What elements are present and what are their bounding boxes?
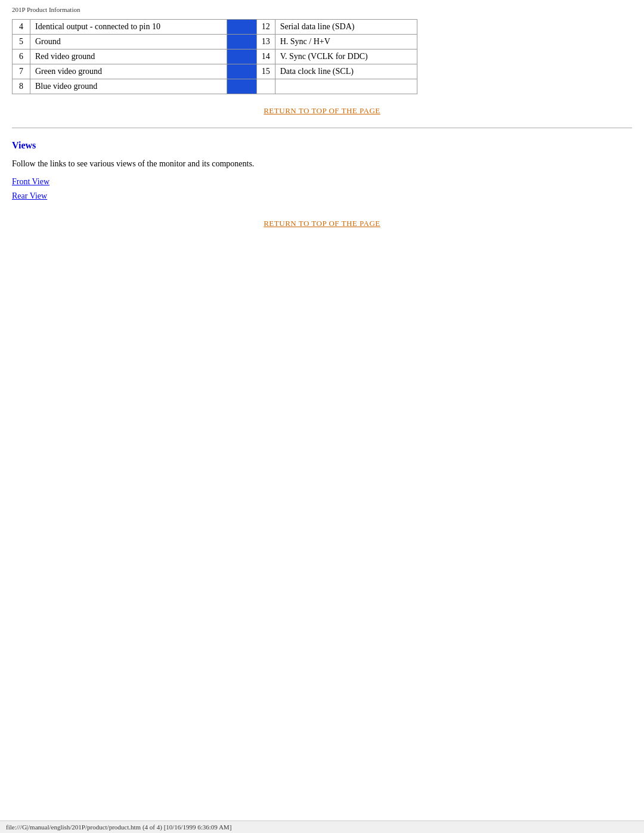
return-to-top-link-1[interactable]: RETURN TO TOP OF THE PAGE [264,106,380,115]
page-title: 201P Product Information [12,6,80,13]
page-title-bar: 201P Product Information [12,6,632,13]
pin-desc: Identical output - connected to pin 10 [30,20,227,35]
pin-desc: Serial data line (SDA) [275,20,417,35]
pin-desc: V. Sync (VCLK for DDC) [275,49,417,64]
views-description: Follow the links to see various views of… [12,159,632,169]
table-row: 4 Identical output - connected to pin 10… [13,20,417,35]
table-row: 7 Green video ground 15 Data clock line … [13,64,417,79]
pin-number: 14 [256,49,275,64]
pin-number: 15 [256,64,275,79]
table-row: 5 Ground 13 H. Sync / H+V [13,35,417,49]
blue-spacer [227,20,256,35]
pin-number: 8 [13,79,30,94]
views-section: Views Follow the links to see various vi… [12,140,632,201]
pin-table: 4 Identical output - connected to pin 10… [12,19,417,94]
pin-number: 6 [13,49,30,64]
pin-desc: Data clock line (SCL) [275,64,417,79]
rear-view-link[interactable]: Rear View [12,191,632,201]
pin-number: 7 [13,64,30,79]
pin-number: 12 [256,20,275,35]
return-to-top-container-2: RETURN TO TOP OF THE PAGE [12,219,632,228]
section-divider [12,128,632,128]
pin-desc [275,79,417,94]
blue-spacer [227,49,256,64]
blue-spacer [227,79,256,94]
table-row: 8 Blue video ground [13,79,417,94]
pin-desc: H. Sync / H+V [275,35,417,49]
pin-number: 13 [256,35,275,49]
pin-desc: Ground [30,35,227,49]
pin-desc: Green video ground [30,64,227,79]
views-heading: Views [12,140,632,151]
pin-number: 4 [13,20,30,35]
blue-spacer [227,35,256,49]
blue-spacer [227,64,256,79]
return-to-top-link-2[interactable]: RETURN TO TOP OF THE PAGE [264,219,380,228]
pin-desc: Blue video ground [30,79,227,94]
pin-desc: Red video ground [30,49,227,64]
pin-number [256,79,275,94]
table-row: 6 Red video ground 14 V. Sync (VCLK for … [13,49,417,64]
pin-number: 5 [13,35,30,49]
return-to-top-container-1: RETURN TO TOP OF THE PAGE [12,106,632,116]
front-view-link[interactable]: Front View [12,177,632,187]
